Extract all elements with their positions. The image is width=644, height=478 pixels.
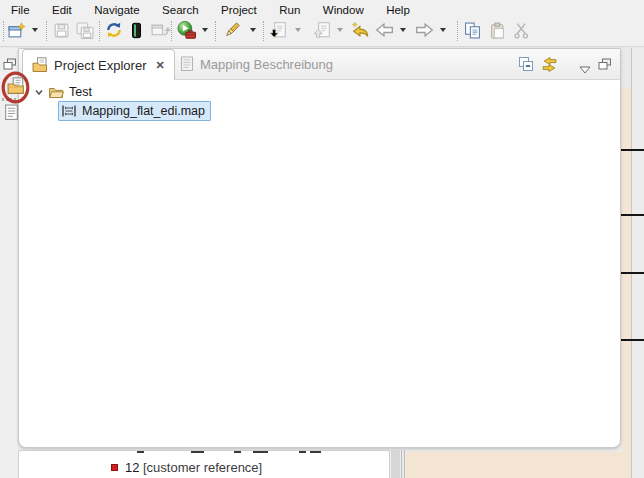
paste-icon	[489, 22, 506, 39]
toolbar-separator	[99, 21, 100, 41]
synchronize-button[interactable]	[104, 20, 124, 40]
view-tab-bar: Project Explorer ✕ Mapping Beschreibung	[19, 49, 620, 80]
forward-button	[414, 20, 434, 40]
console-tool-icon	[129, 22, 144, 39]
project-explorer-panel: Project Explorer ✕ Mapping Beschreibung	[18, 48, 621, 448]
underlying-editor-margin	[631, 48, 644, 478]
link-with-editor-icon	[541, 56, 558, 73]
restore-minimized-view-button[interactable]	[3, 57, 17, 75]
tree-item-mapping-file[interactable]: Mapping_flat_edi.map	[58, 101, 211, 121]
last-edit-location-button[interactable]	[351, 20, 371, 40]
underlying-editor-background-bottom	[406, 452, 629, 478]
restore-icon	[598, 58, 612, 71]
map-file-icon	[61, 104, 77, 118]
scrollbar-thumb[interactable]	[391, 450, 400, 478]
run-external-tools-button[interactable]	[176, 20, 196, 40]
sash-divider[interactable]	[404, 450, 405, 478]
tab-label: Project Explorer	[54, 58, 146, 73]
minimize-restore-button[interactable]	[598, 57, 612, 75]
link-with-editor-button[interactable]	[541, 56, 558, 77]
restore-icon	[3, 58, 17, 71]
toolbar-separator	[46, 21, 47, 41]
main-toolbar	[0, 16, 644, 47]
marker-pen-dropdown[interactable]	[250, 28, 256, 32]
marker-pen-icon	[223, 21, 243, 39]
copy-icon	[464, 22, 481, 39]
synchronize-icon	[105, 21, 123, 39]
tab-close-icon[interactable]: ✕	[155, 59, 164, 72]
clone-window-button	[148, 20, 172, 40]
cut-button	[511, 20, 531, 40]
clone-window-icon	[150, 22, 171, 39]
editor-line	[621, 149, 644, 151]
save-all-icon	[76, 22, 94, 39]
item-label: [customer reference]	[143, 460, 262, 475]
copy-button[interactable]	[462, 20, 482, 40]
editor-line	[621, 339, 644, 341]
back-dropdown[interactable]	[400, 28, 406, 32]
outline-view-icon	[4, 104, 19, 121]
commit-down-button	[268, 20, 288, 40]
forward-arrow-icon	[415, 22, 434, 38]
collapse-all-icon	[518, 56, 534, 72]
run-icon	[177, 21, 196, 39]
console-tool-button[interactable]	[128, 20, 144, 40]
back-button	[374, 20, 394, 40]
toolbar-separator	[3, 21, 4, 41]
menu-bar: File Edit Navigate Search Project Run Wi…	[0, 0, 644, 16]
folder-with-page-icon	[32, 57, 48, 73]
list-item-customer-reference[interactable]: 12 [customer reference]	[19, 460, 389, 478]
tree-item-label: Test	[69, 85, 92, 99]
bottom-panel-scrollbar[interactable]	[390, 450, 401, 478]
new-wizard-dropdown[interactable]	[32, 28, 38, 32]
view-menu-icon	[579, 66, 591, 74]
update-up-button	[312, 20, 332, 40]
project-explorer-view-button[interactable]	[7, 77, 25, 99]
new-wizard-icon	[8, 22, 25, 39]
paste-button	[487, 20, 507, 40]
toolbar-separator	[263, 21, 264, 41]
update-up-icon	[313, 21, 331, 39]
bottom-panel: 12 [customer reference]	[18, 450, 390, 478]
commit-down-icon	[269, 21, 287, 39]
cut-icon	[513, 22, 530, 39]
commit-down-dropdown	[295, 28, 301, 32]
view-menu-button[interactable]	[579, 60, 591, 78]
project-explorer-view-icon	[7, 77, 25, 95]
item-number: 12	[125, 460, 139, 475]
red-square-bullet-icon	[111, 464, 118, 471]
document-icon	[180, 56, 194, 72]
save-all-button	[75, 20, 95, 40]
last-edit-location-icon	[352, 21, 370, 39]
tab-label: Mapping Beschreibung	[200, 57, 333, 72]
open-folder-icon	[48, 85, 64, 99]
update-up-dropdown	[337, 28, 343, 32]
forward-dropdown[interactable]	[440, 28, 446, 32]
underlying-editor-background	[622, 88, 631, 478]
save-button	[51, 20, 71, 40]
tab-project-explorer[interactable]: Project Explorer ✕	[22, 49, 175, 80]
new-wizard-button[interactable]	[6, 20, 26, 40]
save-icon	[53, 22, 70, 39]
run-dropdown[interactable]	[202, 28, 208, 32]
tree-item-test[interactable]: Test	[33, 82, 92, 102]
editor-line	[621, 214, 644, 216]
chevron-expanded-icon[interactable]	[33, 86, 45, 98]
collapse-all-button[interactable]	[518, 56, 534, 76]
sash-divider[interactable]	[401, 450, 402, 478]
tree-item-label: Mapping_flat_edi.map	[82, 104, 205, 118]
back-arrow-icon	[375, 22, 394, 38]
toolbar-separator	[171, 21, 172, 41]
toolbar-separator	[215, 21, 216, 41]
editor-line	[621, 272, 644, 274]
tab-mapping-beschreibung[interactable]: Mapping Beschreibung	[171, 49, 342, 79]
toolbar-separator	[457, 21, 458, 41]
outline-view-button[interactable]	[4, 104, 19, 125]
marker-pen-button[interactable]	[221, 20, 245, 40]
